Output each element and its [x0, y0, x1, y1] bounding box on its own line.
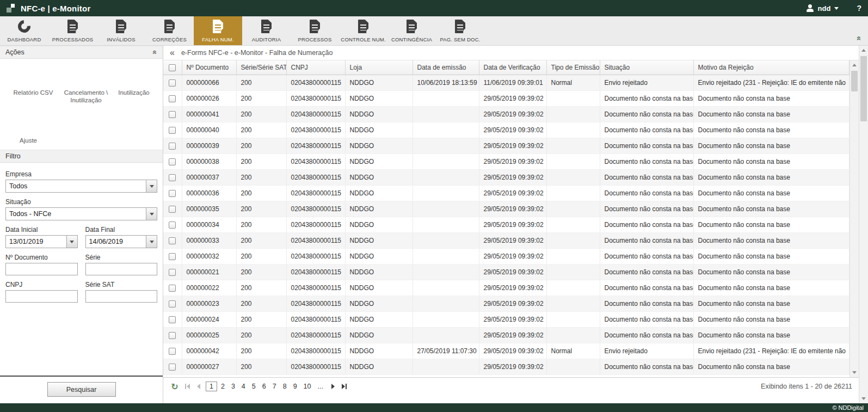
situacao-dropdown-button[interactable] — [146, 208, 157, 220]
row-checkbox[interactable] — [169, 190, 176, 197]
row-checkbox[interactable] — [169, 348, 176, 355]
prev-page-button[interactable] — [195, 384, 202, 389]
row-checkbox[interactable] — [169, 95, 176, 102]
row-checkbox[interactable] — [169, 158, 176, 165]
scroll-down-icon[interactable] — [859, 394, 868, 403]
cell-data-verificacao: 29/05/2019 09:39:02 — [479, 248, 546, 264]
sidebar-collapse-icon[interactable]: « — [170, 48, 175, 57]
cell-motivo-rejeicao: Documento não consta na base — [693, 280, 849, 296]
row-checkbox[interactable] — [169, 222, 176, 229]
search-button[interactable]: Pesquisar — [47, 382, 116, 397]
cell-tipo-emissao — [546, 327, 600, 343]
situacao-select[interactable]: Todos - NFCe — [5, 207, 157, 220]
toolbar-item[interactable]: i PAG. SEM DOC. — [436, 16, 484, 45]
cnpj-input[interactable] — [5, 290, 78, 303]
page-number[interactable]: 6 — [260, 382, 269, 391]
action-button[interactable]: ✎ Ajuste — [4, 113, 52, 144]
toolbar-item[interactable]: i CONTROLE NUM. — [339, 16, 387, 45]
row-checkbox[interactable] — [169, 285, 176, 292]
cell-data-verificacao: 29/05/2019 09:39:02 — [479, 232, 546, 248]
row-checkbox[interactable] — [169, 111, 176, 118]
row-checkbox[interactable] — [169, 206, 176, 213]
cell-serie: 200 — [236, 75, 286, 90]
row-checkbox[interactable] — [169, 143, 176, 150]
cell-tipo-emissao — [546, 90, 600, 106]
empresa-dropdown-button[interactable] — [146, 180, 157, 192]
row-checkbox[interactable] — [169, 269, 176, 276]
page-number[interactable]: 2 — [218, 382, 227, 391]
page-number[interactable]: 3 — [229, 382, 238, 391]
empresa-select[interactable]: Todos — [5, 180, 157, 193]
page-number[interactable]: 8 — [280, 382, 290, 391]
scroll-up-icon[interactable] — [850, 60, 859, 70]
row-checkbox[interactable] — [169, 79, 176, 87]
toolbar-item[interactable]: ✎ CORREÇÕES — [145, 16, 194, 45]
row-checkbox[interactable] — [169, 316, 176, 323]
ribbon-collapse-icon[interactable] — [857, 34, 861, 43]
column-header[interactable]: Nº Documento — [182, 60, 236, 75]
page-number[interactable]: 1 — [206, 382, 217, 391]
toolbar-item[interactable]: ✓ CONTINGÊNCIA — [387, 16, 436, 45]
row-checkbox[interactable] — [169, 237, 176, 244]
toolbar-item[interactable]: × INVÁLIDOS — [97, 16, 145, 45]
toolbar-item[interactable]: ⚙ PROCESSOS — [291, 16, 339, 45]
column-header[interactable]: Motivo da Rejeição — [693, 60, 849, 75]
select-all-checkbox[interactable] — [169, 64, 176, 71]
action-button[interactable]: ⊘ Cancelamento \ Inutilização — [62, 65, 110, 104]
serie-input[interactable] — [85, 263, 158, 275]
page-number[interactable]: 9 — [291, 382, 300, 391]
column-header[interactable]: Loja — [345, 60, 413, 75]
toolbar-item[interactable]: ✓ PROCESSADOS — [48, 16, 97, 45]
cell-data-verificacao: 29/05/2019 09:39:02 — [479, 280, 546, 296]
page-number[interactable]: 10 — [301, 382, 314, 391]
row-checkbox[interactable] — [169, 174, 176, 181]
next-page-button[interactable] — [330, 384, 336, 389]
last-page-button[interactable] — [340, 384, 348, 389]
actions-collapse-icon[interactable] — [153, 48, 157, 57]
action-button[interactable]: ⊘ Inutilização — [110, 65, 158, 104]
toolbar-item[interactable]: i AUDITORIA — [242, 16, 291, 45]
num-documento-input[interactable] — [5, 263, 78, 275]
window-scrollbar[interactable] — [859, 46, 868, 403]
action-button[interactable]: x Relatório CSV — [4, 65, 62, 104]
table-scrollbar-thumb[interactable] — [851, 71, 858, 91]
data-inicial-dropdown-button[interactable] — [66, 236, 77, 248]
data-final-dropdown-button[interactable] — [146, 236, 157, 248]
row-checkbox[interactable] — [169, 253, 176, 260]
toolbar-item[interactable]: DASHBOARD — [0, 16, 48, 45]
cell-serie: 200 — [236, 280, 286, 296]
row-checkbox[interactable] — [169, 332, 176, 339]
row-checkbox[interactable] — [169, 300, 176, 308]
column-header[interactable]: CNPJ — [286, 60, 345, 75]
column-header[interactable]: Data de emissão — [413, 60, 479, 75]
help-icon[interactable]: ? — [857, 4, 861, 13]
refresh-icon[interactable] — [170, 382, 180, 392]
user-menu-caret-icon[interactable] — [834, 7, 839, 10]
user-menu[interactable]: ndd — [818, 4, 831, 13]
cell-data-verificacao: 29/05/2019 09:39:02 — [479, 90, 546, 106]
table-row: 000000026 200 02043800000115 NDDGO 29/05… — [163, 90, 849, 106]
data-final-picker[interactable]: 14/06/2019 — [85, 235, 158, 248]
scroll-down-icon[interactable] — [850, 368, 859, 377]
first-page-button[interactable] — [183, 384, 192, 389]
column-header[interactable]: Tipo de Emissão — [546, 60, 600, 75]
serie-sat-input[interactable] — [85, 290, 158, 303]
toolbar-item[interactable]: − FALHA NUM. — [194, 16, 242, 45]
table-scrollbar[interactable] — [849, 60, 859, 377]
window-scrollbar-thumb[interactable] — [860, 56, 867, 121]
page-number[interactable]: 7 — [270, 382, 279, 391]
scroll-up-icon[interactable] — [859, 46, 868, 55]
column-header[interactable]: Situação — [600, 60, 693, 75]
data-inicial-picker[interactable]: 13/01/2019 — [5, 235, 78, 248]
cell-situacao: Documento não consta na base — [600, 169, 693, 185]
page-number[interactable]: 4 — [239, 382, 248, 391]
cell-data-verificacao: 29/05/2019 09:39:02 — [479, 201, 546, 217]
chevron-down-icon — [150, 185, 154, 188]
cell-data-emissao — [413, 90, 479, 106]
page-number[interactable]: 5 — [249, 382, 258, 391]
row-checkbox[interactable] — [169, 127, 176, 134]
row-checkbox[interactable] — [169, 364, 176, 371]
column-header[interactable]: Data de Verificação — [479, 60, 546, 75]
page-number[interactable]: ... — [315, 382, 325, 391]
column-header[interactable]: Série/Série SAT — [236, 60, 286, 75]
